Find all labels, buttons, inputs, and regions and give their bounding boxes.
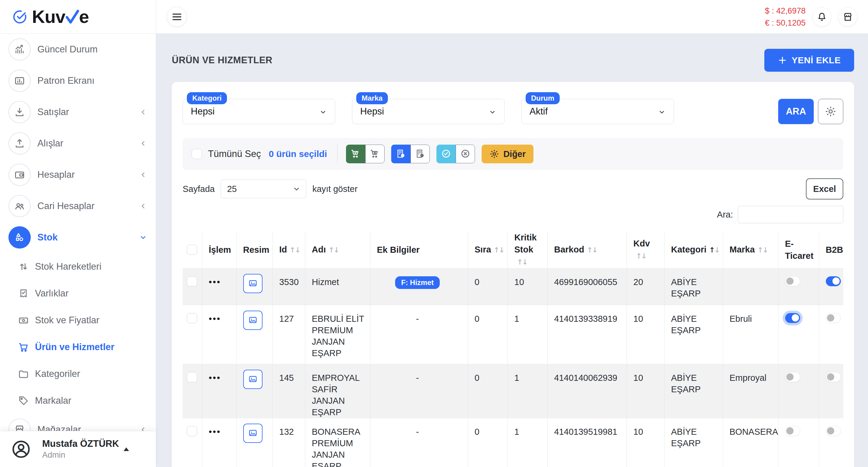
other-actions-label: Diğer [503,149,526,159]
header-select-all [183,231,202,269]
ecommerce-toggle[interactable] [785,313,800,323]
column-header-kategori[interactable]: Kategori↑↓ [664,231,723,269]
ecommerce-publish-remove-button[interactable] [365,145,384,163]
pagesize-select[interactable]: 25 [221,180,306,198]
row-image-cell [236,364,273,418]
ecommerce-toggle[interactable] [785,426,800,436]
product-image-button[interactable] [243,274,262,293]
sidebar-item-g-ncel-durum[interactable]: Güncel Durum [0,34,156,65]
plus-icon [778,56,787,65]
row-ecommerce-cell [778,269,819,305]
sort-icon: ↑↓ [709,244,719,256]
filter-label-badge: Durum [526,92,560,104]
b2b-toggle[interactable] [826,372,841,382]
sidebar-item-label: Cari Hesaplar [37,201,139,212]
sidebar-item-label: Güncel Durum [37,44,147,55]
ecommerce-toggle[interactable] [785,372,800,382]
topbar: $ : 42,6978 € : 50,1205 [156,0,868,34]
filter-settings-button[interactable] [818,99,843,124]
sidebar-item-label: Varlıklar [35,288,147,299]
sidebar-item-sat-lar[interactable]: Satışlar [0,96,156,128]
activate-deactivate-apply-button[interactable] [436,145,456,163]
row-id: 127 [273,305,305,364]
sidebar-item-varl-klar[interactable]: Varlıklar [0,280,156,307]
row-ecommerce-cell [778,305,819,364]
b2b-toggle[interactable] [826,276,841,286]
user-meta: Mustafa ÖZTÜRK Admin [42,438,123,460]
table-search-input[interactable] [738,206,843,223]
row-menu-button[interactable]: ••• [209,427,221,437]
column-header-ad-[interactable]: Adı↑↓ [305,231,370,269]
b2b-toggle[interactable] [826,426,841,436]
activate-deactivate-remove-button[interactable] [456,145,475,163]
row-barcode: 4140139338919 [547,305,627,364]
header-checkbox[interactable] [187,245,197,255]
column-header-id[interactable]: Id↑↓ [273,231,305,269]
toggle-knob [786,278,794,285]
column-header-ek-bilgiler: Ek Bilgiler [370,231,468,269]
sidebar-item-al-lar[interactable]: Alışlar [0,128,156,159]
search-submit-button[interactable]: ARA [778,99,814,124]
add-new-button[interactable]: YENİ EKLE [764,49,854,72]
caret-up-icon[interactable] [123,446,130,452]
pagesize-prefix: Sayfada [183,184,215,194]
chevron-left-icon [139,139,147,148]
row-checkbox[interactable] [187,313,197,323]
row-menu-button[interactable]: ••• [209,373,221,383]
row-image-cell [236,305,273,364]
row-menu-button[interactable]: ••• [209,277,221,287]
column-header-kdv[interactable]: Kdv↑↓ [627,231,664,269]
product-image-button[interactable] [243,311,262,330]
cart-icon [18,342,29,352]
sidebar: Kuve Güncel DurumPatron EkranıSatışlarAl… [0,0,156,467]
sidebar-item-stok[interactable]: Stok [0,222,156,253]
ecommerce-publish-apply-button[interactable] [346,145,365,163]
row-checkbox[interactable] [187,426,197,436]
sidebar-item-stok-hareketleri[interactable]: Stok Hareketleri [0,253,156,280]
other-actions-button[interactable]: Diğer [482,145,533,163]
b2b-publish-apply-button[interactable] [391,145,410,163]
column-header-kritik-stok[interactable]: Kritik Stok↑↓ [507,231,547,269]
brand-check-circle-icon [12,9,28,25]
column-header-barkod[interactable]: Barkod↑↓ [547,231,627,269]
sidebar-item-cari-hesaplar[interactable]: Cari Hesaplar [0,190,156,222]
ecommerce-toggle[interactable] [785,276,800,286]
select-all-checkbox[interactable] [192,149,202,159]
column-header-marka[interactable]: Marka↑↓ [723,231,778,269]
sidebar-item-kategoriler[interactable]: Kategoriler [0,360,156,387]
image-icon [248,374,257,384]
extra-info-value: - [416,314,419,323]
row-select-cell [183,418,202,467]
sidebar-item-hesaplar[interactable]: Hesaplar [0,159,156,190]
sidebar-item--r-n-ve-hizmetler[interactable]: Ürün ve Hizmetler [0,334,156,360]
banknote-icon [18,315,29,326]
brand-logo[interactable]: Kuve [0,0,156,34]
product-image-button[interactable] [243,424,262,443]
notifications-button[interactable] [812,7,832,27]
filter-selected-value: Hepsi [360,106,384,117]
sidebar-toggle-button[interactable] [167,7,187,27]
user-panel[interactable]: Mustafa ÖZTÜRK Admin [0,431,156,467]
store-button[interactable] [838,7,858,27]
sidebar-item-markalar[interactable]: Markalar [0,387,156,414]
row-actions-cell: ••• [202,418,236,467]
b2b-toggle[interactable] [826,313,841,323]
excel-export-button[interactable]: Excel [806,178,843,199]
column-header-label: Marka [730,245,755,254]
row-vat: 10 [627,418,664,467]
column-header-s-ra[interactable]: Sıra↑↓ [468,231,507,269]
row-checkbox[interactable] [187,276,197,286]
sidebar-item-stok-ve-fiyatlar[interactable]: Stok ve Fiyatlar [0,307,156,334]
row-menu-button[interactable]: ••• [209,314,221,323]
extra-info-value: - [416,373,419,383]
products-table: İşlemResimId↑↓Adı↑↓Ek BilgilerSıra↑↓Krit… [183,231,843,467]
brand-name: Kuve [32,6,89,27]
product-image-button[interactable] [243,370,262,389]
sidebar-item-label: Markalar [35,395,147,406]
gear-icon [825,106,836,117]
row-select-cell [183,364,202,418]
row-checkbox[interactable] [187,372,197,382]
pagesize-suffix: kayıt göster [312,184,358,194]
b2b-publish-remove-button[interactable] [410,145,430,163]
sidebar-item-patron-ekran-[interactable]: Patron Ekranı [0,65,156,96]
